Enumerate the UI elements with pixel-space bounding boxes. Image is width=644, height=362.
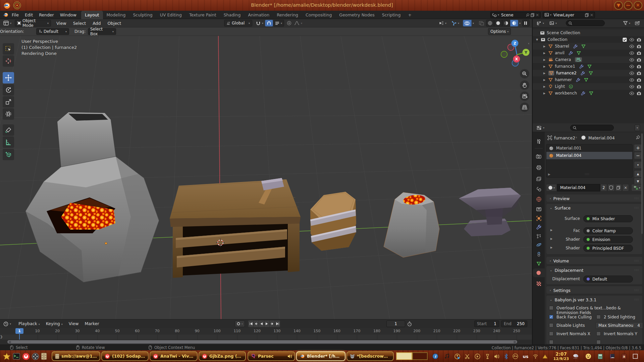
shading-solid-button[interactable] — [494, 20, 502, 26]
breadcrumb-material[interactable]: Material.004 — [588, 135, 615, 140]
timeline-menu-playback[interactable]: Playback ▾ — [15, 319, 43, 329]
shading-material-button[interactable] — [502, 20, 510, 26]
properties-tab-world[interactable] — [533, 195, 545, 203]
new-scene-icon[interactable] — [531, 13, 535, 17]
checkbox-invert-normals-x[interactable] — [549, 331, 553, 336]
material-slot-Material.004[interactable]: Material.004 — [546, 152, 632, 159]
tray-music-icon[interactable] — [443, 353, 450, 360]
stopwatch-icon[interactable] — [407, 321, 412, 326]
properties-tab-scene[interactable] — [533, 185, 545, 193]
pin-icon[interactable] — [636, 135, 640, 139]
timeline-menu-marker[interactable]: Marker — [82, 319, 102, 328]
properties-tab-render[interactable] — [533, 152, 545, 161]
sidebar-collapse-arrow[interactable]: ‹ — [528, 41, 529, 46]
tool-measure[interactable] — [3, 136, 14, 148]
checkbox-partial-2[interactable] — [596, 340, 601, 344]
prev-keyframe-button[interactable] — [254, 320, 259, 327]
workspace-tab-uv-editing[interactable]: UV Editing — [156, 11, 185, 19]
task-button-cabinet[interactable]: smb://awv@10... — [52, 351, 100, 361]
remove-slot-button[interactable]: − — [634, 152, 642, 159]
tray-window-icon[interactable] — [632, 353, 639, 360]
pin-icon[interactable] — [526, 13, 530, 17]
tray-update-icon[interactable] — [454, 353, 461, 360]
pager-desktop-2[interactable] — [412, 352, 428, 360]
auto-keying-toggle[interactable]: ▾ — [235, 320, 245, 327]
current-frame-field[interactable]: 1 — [386, 320, 405, 327]
tray-cut-icon[interactable] — [464, 353, 471, 360]
slots-resize-grip[interactable]: ∷∷ — [585, 172, 589, 176]
close-button[interactable]: ✕ — [634, 1, 642, 10]
timeline-menu-keying[interactable]: Keying ▾ — [43, 319, 66, 329]
menu-window[interactable]: Window — [57, 11, 79, 19]
outliner-display-mode-dropdown[interactable]: ▾ — [535, 20, 546, 26]
checkbox-partial-1[interactable] — [549, 340, 553, 344]
timeline-scrollbar[interactable] — [0, 340, 532, 345]
object-visibility-dropdown[interactable]: ▾ — [437, 20, 448, 26]
checkbox-overload[interactable] — [549, 306, 553, 310]
workspace-tab-modeling[interactable]: Modeling — [103, 11, 129, 19]
viewport-menu-object[interactable]: Object — [104, 19, 124, 27]
properties-tab-object[interactable] — [533, 214, 545, 223]
workspace-tab-texture-paint[interactable]: Texture Paint — [185, 11, 220, 19]
tray-lamp-icon[interactable] — [484, 353, 491, 360]
clock[interactable]: 2:07 12/9/23 — [552, 351, 571, 361]
displacement-input[interactable]: Default — [583, 276, 633, 283]
outliner-row-scene-collection[interactable]: Scene Collection — [533, 29, 644, 36]
timeline-expand-arrow[interactable]: ❯ — [0, 335, 3, 339]
orthographic-toggle-button[interactable] — [520, 103, 529, 112]
properties-tab-viewlayer[interactable] — [533, 175, 545, 183]
checkbox-disable-lights[interactable] — [549, 323, 553, 327]
transform-orientation-dropdown[interactable]: Global ▾ — [224, 20, 252, 26]
tray-usb-icon[interactable] — [512, 353, 519, 360]
outliner-row-collection[interactable]: ▼Collection — [533, 36, 644, 43]
workspace-tab-shading[interactable]: Shading — [220, 11, 245, 19]
properties-scrollbar[interactable] — [641, 133, 643, 234]
properties-tab-constraints[interactable] — [533, 250, 545, 258]
properties-search-input[interactable] — [570, 125, 614, 131]
workspace-tab-compositing[interactable]: Compositing — [302, 11, 335, 19]
tool-scale[interactable] — [3, 96, 14, 108]
overlays-dropdown[interactable]: ▾ — [472, 20, 475, 26]
outliner-row-furnance1[interactable]: ▶furnance1 — [533, 63, 644, 70]
launcher-files-icon[interactable] — [41, 353, 47, 360]
outliner-filter-dropdown[interactable]: ▾ — [547, 20, 559, 26]
tray-weather-icon[interactable] — [572, 353, 579, 360]
tray-volume-icon[interactable] — [493, 353, 500, 360]
tray-dictionary-icon[interactable]: a — [621, 353, 627, 360]
playhead[interactable]: 1 — [15, 328, 23, 334]
axis-y-neg[interactable] — [501, 51, 507, 58]
tray-emoji-icon[interactable] — [585, 353, 592, 360]
workspace-tab-geometry-nodes[interactable]: Geometry Nodes — [335, 11, 378, 19]
proportional-editing-toggle[interactable] — [286, 20, 292, 26]
properties-tab-data[interactable] — [533, 259, 545, 268]
panel-header-babylon[interactable]: ⌄Babylon.js ver 3.3.1∷∷ — [546, 296, 642, 304]
copy-material-button[interactable] — [615, 184, 622, 191]
task-button-gimp[interactable]: *[bedscrown] (... — [346, 351, 394, 361]
material-name-field[interactable]: Material.004 — [557, 184, 600, 191]
snapping-dropdown[interactable]: ▾ — [254, 20, 265, 26]
shading-dropdown[interactable]: ▾ — [518, 20, 522, 26]
pause-button[interactable] — [522, 20, 530, 26]
material-users-count[interactable]: 2 — [600, 184, 607, 191]
viewport-menu-select[interactable]: Select — [70, 19, 90, 27]
tool-select-box[interactable] — [3, 43, 14, 55]
xray-toggle[interactable] — [478, 20, 485, 26]
launcher-star-icon[interactable] — [3, 353, 11, 360]
outliner-row-anvil[interactable]: ▶anvil — [533, 50, 644, 56]
properties-tab-tool[interactable] — [533, 137, 545, 145]
add-slot-button[interactable]: + — [634, 144, 642, 152]
properties-tab-output[interactable] — [533, 163, 545, 172]
show-overlays-toggle[interactable] — [463, 20, 472, 26]
surface-input-color-ramp[interactable]: Color Ramp — [583, 227, 633, 234]
remove-viewlayer-icon[interactable]: ✕ — [590, 13, 593, 17]
play-reverse-button[interactable] — [259, 320, 264, 327]
viewlayer-selector[interactable]: ▾ ViewLayer ✕ — [543, 12, 595, 18]
properties-tab-particles[interactable] — [533, 232, 545, 240]
panel-header-settings[interactable]: ›Settings∷∷ — [546, 286, 642, 294]
surface-input-emission[interactable]: Emission — [583, 236, 633, 243]
slot-specials-button[interactable]: ▾ — [634, 161, 642, 169]
launcher-media-icon[interactable] — [32, 353, 39, 360]
tool-move[interactable] — [3, 72, 14, 83]
end-frame-field[interactable]: End250 — [501, 320, 527, 327]
jump-to-end-button[interactable] — [275, 320, 280, 327]
